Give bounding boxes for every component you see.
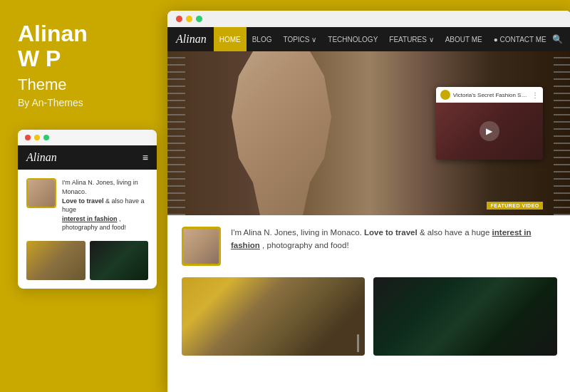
desktop-dot-yellow [186,16,192,22]
hero-figure [210,51,353,215]
image-dark [373,277,556,356]
dot-red [25,135,31,140]
featured-video-badge: FEATURED VIDEO [487,202,542,210]
desktop-logo: Alinan [176,33,207,46]
nav-features[interactable]: FEATURES ∨ [383,27,439,51]
image-flowers [182,277,365,356]
desktop-nav: Alinan HOME BLOG TOPICS ∨ TECHNOLOGY FEA… [167,27,570,51]
search-icon[interactable]: 🔍 [552,34,563,44]
image-row [182,277,557,356]
mobile-logo: Alinan [26,151,57,164]
mobile-top-bar [18,130,157,145]
mobile-bio-section: I'm Alina N. Jones, living in Monaco. Lo… [26,178,148,232]
dot-green [43,135,49,140]
mobile-bio-text: I'm Alina N. Jones, living in Monaco. Lo… [62,178,148,232]
chain-right [554,51,570,215]
mobile-thumb-flowers [26,241,86,280]
mobile-avatar [26,178,56,208]
nav-home[interactable]: HOME [214,27,247,51]
dot-yellow [34,135,40,140]
play-button[interactable]: ▶ [480,121,499,141]
chain-left [167,51,185,215]
mobile-thumb-dark [90,241,149,280]
video-thumbnail[interactable]: Victoria's Secret Fashion Show ... ⋮ ▶ [436,87,543,160]
bio-row: I'm Alina N. Jones, living in Monaco. Lo… [182,227,557,266]
right-panel: Alinan HOME BLOG TOPICS ∨ TECHNOLOGY FEA… [167,0,570,392]
video-more-icon[interactable]: ⋮ [532,91,539,99]
mobile-mockup: Alinan ≡ I'm Alina N. Jones, living in M… [18,130,157,289]
hamburger-icon[interactable]: ≡ [142,152,148,163]
main-content: I'm Alina N. Jones, living in Monaco. Lo… [167,215,570,392]
video-preview[interactable]: ▶ [436,103,543,160]
desktop-mockup: Alinan HOME BLOG TOPICS ∨ TECHNOLOGY FEA… [167,11,570,392]
mobile-content: I'm Alina N. Jones, living in Monaco. Lo… [18,170,157,289]
video-title: Victoria's Secret Fashion Show ... [453,92,529,98]
mobile-image-row [26,241,148,280]
left-panel: Alinan W P Theme By An-Themes Alinan ≡ I… [0,0,167,392]
nav-technology[interactable]: TECHNOLOGY [322,27,383,51]
desktop-top-bar [167,11,570,27]
video-header: Victoria's Secret Fashion Show ... ⋮ [436,87,543,103]
hero-section: Victoria's Secret Fashion Show ... ⋮ ▶ F… [167,51,570,215]
theme-subtitle: Theme [18,76,153,94]
theme-by: By An-Themes [18,97,153,108]
hero-background: Victoria's Secret Fashion Show ... ⋮ ▶ F… [167,51,570,215]
video-avatar [440,90,450,100]
bio-text: I'm Alina N. Jones, living in Monaco. Lo… [231,227,557,252]
nav-about[interactable]: ABOUT ME [440,27,488,51]
nav-blog[interactable]: BLOG [247,27,278,51]
mobile-nav: Alinan ≡ [18,145,157,170]
nav-contact[interactable]: ● CONTACT ME [488,27,552,51]
bio-avatar [182,227,221,266]
desktop-dot-red [176,16,182,22]
theme-title: Alinan W P [18,21,153,71]
nav-topics[interactable]: TOPICS ∨ [277,27,322,51]
desktop-dot-green [196,16,202,22]
